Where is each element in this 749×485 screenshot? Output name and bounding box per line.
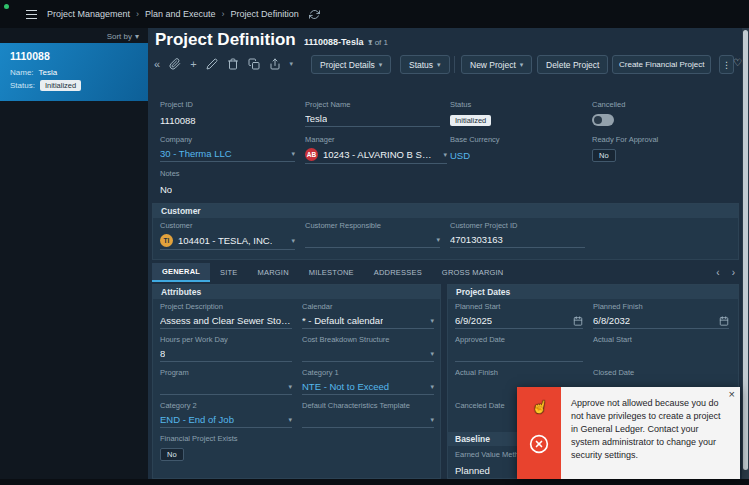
chevron-down-icon: ▾ — [291, 237, 295, 245]
planned-finish-input[interactable]: 6/8/2032 — [593, 315, 729, 329]
company-dropdown[interactable]: 30 - Therma LLC ▾ — [160, 148, 295, 162]
field-cancelled: Cancelled — [592, 100, 692, 127]
record-card-selected[interactable]: 1110088 Name: Tesla Status: Initialized — [0, 43, 148, 101]
record-list-sidebar: Sort by ▾ 1110088 Name: Tesla Status: In… — [0, 28, 148, 479]
breadcrumb-separator-icon: › — [222, 9, 225, 19]
field-financial-project-exists: Financial Project Exists No — [160, 434, 292, 461]
delete-icon[interactable] — [227, 58, 239, 70]
tab-addresses[interactable]: ADDRESSES — [364, 263, 432, 282]
sort-by-dropdown[interactable]: Sort by ▾ — [107, 32, 139, 41]
scrollbar-thumb[interactable] — [743, 30, 748, 470]
calendar-picker-icon[interactable] — [719, 316, 729, 326]
status-badge: Initialized — [450, 115, 491, 126]
copy-icon[interactable] — [248, 58, 260, 70]
project-dates-section-header[interactable]: Project Dates — [448, 285, 738, 299]
attributes-section-header[interactable]: Attributes — [153, 285, 440, 299]
collapse-panel-icon[interactable]: « — [154, 58, 160, 70]
error-toast: ☝ × Approve not allowed because you do n… — [517, 387, 740, 479]
program-dropdown[interactable]: ▾ — [160, 381, 292, 395]
error-circle-icon — [529, 434, 549, 458]
ready-for-approval-badge: No — [592, 149, 616, 162]
field-calendar: Calendar * - Default calendar ▾ — [302, 302, 434, 329]
create-financial-project-button[interactable]: Create Financial Project — [612, 55, 711, 74]
record-count: 1 of 1 — [368, 38, 388, 47]
chevron-down-icon: ▾ — [135, 32, 139, 41]
chevron-down-icon: ▾ — [430, 350, 434, 358]
attachment-icon[interactable] — [169, 58, 181, 70]
field-customer: Customer TI 104401 - TESLA, INC. ▾ — [160, 221, 295, 250]
refresh-icon[interactable] — [309, 9, 320, 20]
field-program: Program ▾ — [160, 368, 292, 395]
field-ready-for-approval: Ready For Approval No — [592, 135, 692, 162]
delete-project-button[interactable]: Delete Project — [537, 55, 608, 74]
tab-scroll-right-icon[interactable]: › — [732, 267, 735, 278]
tab-gross-margin[interactable]: GROSS MARGIN — [432, 263, 514, 282]
new-project-button[interactable]: New Project ▾ — [461, 55, 532, 74]
planned-start-input[interactable]: 6/9/2025 — [455, 315, 583, 329]
record-selector-value: 1110088-Tesla — [304, 37, 363, 47]
category-1-dropdown[interactable]: NTE - Not to Exceed ▾ — [302, 381, 434, 395]
chevron-down-icon: ▾ — [291, 150, 295, 158]
field-project-id: Project ID 1110088 — [160, 100, 295, 127]
chevron-down-icon: ▾ — [288, 416, 292, 424]
tab-margin[interactable]: MARGIN — [248, 263, 299, 282]
tab-general[interactable]: GENERAL — [152, 263, 210, 282]
project-details-button[interactable]: Project Details ▾ — [311, 55, 391, 74]
customer-dropdown[interactable]: TI 104401 - TESLA, INC. ▾ — [160, 234, 295, 250]
category-2-dropdown[interactable]: END - End of Job ▾ — [160, 414, 292, 428]
customer-avatar: TI — [160, 234, 173, 247]
financial-project-exists-badge: No — [160, 448, 184, 461]
toolbar-divider — [454, 56, 455, 73]
share-icon[interactable] — [269, 58, 281, 70]
field-default-characteristics-template: Default Characteristics Template ▾ — [302, 401, 434, 428]
chevron-down-icon: ▾ — [379, 61, 383, 69]
breadcrumb-project-management[interactable]: Project Management — [47, 9, 130, 19]
more-options-button[interactable]: ⋮ — [719, 55, 734, 74]
field-project-description: Project Description Assess and Clear Sew… — [160, 302, 292, 329]
project-name-input[interactable]: Tesla — [305, 113, 440, 127]
breadcrumb-plan-and-execute[interactable]: Plan and Execute — [145, 9, 216, 19]
project-description-input[interactable]: Assess and Clear Sewer Stoppage -... — [160, 315, 292, 329]
chevron-down-icon: ▾ — [288, 383, 292, 391]
breadcrumb-project-definition[interactable]: Project Definition — [231, 9, 299, 19]
field-category-2: Category 2 END - End of Job ▾ — [160, 401, 292, 428]
chevron-down-icon[interactable]: ▾ — [290, 60, 294, 68]
record-card-name: Tesla — [39, 68, 58, 77]
field-cost-breakdown-structure: Cost Breakdown Structure ▾ — [302, 335, 434, 362]
manager-dropdown[interactable]: AB 10243 - ALVARINO B SOAR... ▾ — [305, 148, 447, 164]
field-notes: Notes No — [160, 169, 295, 196]
chevron-down-icon: ▾ — [430, 317, 434, 325]
calendar-picker-icon[interactable] — [573, 316, 583, 326]
cost-breakdown-structure-dropdown[interactable]: ▾ — [302, 348, 434, 362]
vertical-scrollbar — [742, 28, 749, 479]
field-status: Status Initialized — [450, 100, 550, 127]
field-company: Company 30 - Therma LLC ▾ — [160, 135, 295, 162]
chevron-down-icon: ▾ — [430, 416, 434, 424]
cancelled-toggle[interactable] — [592, 114, 614, 126]
hours-per-work-day-input[interactable]: 8 — [160, 348, 292, 362]
tab-milestone[interactable]: MILESTONE — [299, 263, 364, 282]
field-project-name: Project Name Tesla — [305, 100, 440, 127]
default-characteristics-template-dropdown[interactable]: ▾ — [302, 414, 434, 428]
base-currency-value[interactable]: USD — [450, 148, 550, 162]
toast-close-icon[interactable]: × — [729, 387, 735, 403]
sort-by-label: Sort by — [107, 32, 132, 41]
tab-scroll-left-icon[interactable]: ‹ — [716, 267, 719, 278]
approved-date-input[interactable] — [455, 348, 583, 362]
record-selector-dropdown[interactable]: 1110088-Tesla ▾ — [304, 37, 372, 47]
customer-responsible-dropdown[interactable]: ▾ — [305, 234, 440, 248]
record-card-status-badge: Initialized — [40, 80, 81, 91]
edit-icon[interactable] — [206, 58, 218, 70]
menu-icon[interactable] — [26, 10, 37, 19]
status-button[interactable]: Status ▾ — [400, 55, 450, 74]
tab-site[interactable]: SITE — [210, 263, 247, 282]
customer-section-header[interactable]: Customer — [153, 204, 738, 218]
breadcrumb: Project Management › Plan and Execute › … — [47, 9, 299, 19]
calendar-dropdown[interactable]: * - Default calendar ▾ — [302, 315, 434, 329]
field-base-currency: Base Currency USD — [450, 135, 550, 162]
status-dot-icon — [4, 4, 9, 9]
customer-project-id-input[interactable]: 4701303163 — [450, 234, 585, 248]
breadcrumb-separator-icon: › — [136, 9, 139, 19]
favorite-icon[interactable]: ♡ — [733, 57, 742, 68]
add-record-icon[interactable]: + — [190, 58, 196, 70]
